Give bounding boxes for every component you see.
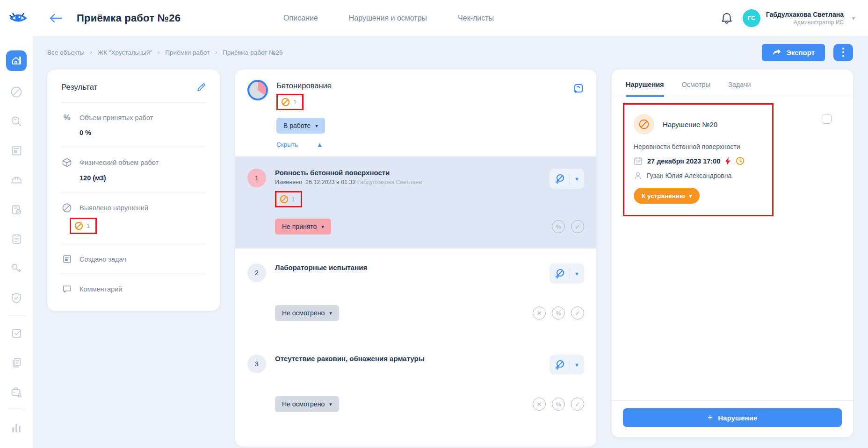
clipboard-check-icon [10,204,22,216]
sidebar-item-construction[interactable] [0,165,33,195]
add-violation-split-button[interactable]: ▼ [550,169,584,189]
ban-orange-icon [74,221,83,230]
result-row-tasks-created: Создано задач [61,244,206,274]
sidebar-item-access[interactable] [0,254,33,283]
collapse-link[interactable]: Скрыть [276,141,298,148]
export-button[interactable]: Экспорт [762,44,825,61]
work-status-dropdown[interactable]: В работе▾ [276,118,325,134]
chevron-down-icon: ▼ [574,362,579,368]
chevron-down-icon: ▾ [852,15,855,21]
item-status-dropdown[interactable]: Не осмотрено▾ [275,396,339,412]
edit-pencil-icon[interactable] [196,83,206,92]
left-rail [0,36,33,448]
person-icon [634,171,642,180]
progress-pie-icon [247,80,268,100]
user-role: Администратор ИС [766,19,844,26]
reject-cross-icon[interactable]: ✕ [533,398,546,411]
result-row-value: 120 (м3) [80,174,206,182]
tab-inspections[interactable]: Осмотры [682,81,710,97]
sidebar-item-staff[interactable] [0,377,33,407]
item-status-dropdown[interactable]: Не принято▾ [275,219,331,235]
sidebar-item-home[interactable] [0,44,33,77]
violation-title: Нарушение №20 [663,121,717,128]
nav-description[interactable]: Описание [283,14,318,22]
sidebar-item-tasks[interactable] [0,319,33,348]
clock-icon [736,156,745,165]
item-status-dropdown[interactable]: Не осмотрено▾ [275,305,339,321]
app-logo-eye-icon[interactable] [8,10,28,26]
partial-accept-icon[interactable]: % [552,306,565,320]
notifications-bell-icon[interactable] [721,12,732,24]
tab-violations[interactable]: Нарушения [626,81,664,97]
result-row-value: 0 % [80,129,206,136]
accept-check-icon[interactable]: ✓ [571,306,584,320]
sidebar-item-analytics[interactable] [0,413,33,442]
violations-count: 1 [87,222,90,229]
result-row-violations: Выявлено нарушений 1 [61,192,206,244]
partial-accept-icon[interactable]: % [552,220,565,233]
item-title: Отсутствие раковин, обнажения арматуры [275,355,550,363]
documents-icon [11,357,22,369]
item-meta-author: Габдулхакова Светлана [357,179,422,185]
checklist-item-2[interactable]: 2 Лабораторные испытания ▼ Не осмотрено▾ [235,251,596,335]
add-to-card-icon[interactable] [572,83,584,95]
work-title: Бетонирование [276,81,572,90]
sidebar-item-acceptances[interactable] [0,195,33,224]
sidebar-item-violations[interactable] [0,77,33,107]
checklist-item-1[interactable]: 1 Ровность бетонной поверхности Изменено… [235,156,596,249]
nav-violations-inspections[interactable]: Нарушения и осмотры [349,14,427,22]
more-actions-button[interactable] [833,44,853,61]
add-violation-split-button[interactable]: ▼ [550,355,584,375]
sidebar-item-cards[interactable] [0,136,33,165]
result-row-label: Физический объем работ [80,159,159,166]
add-violation-split-button[interactable]: ▼ [550,263,584,284]
violation-card-annotation[interactable]: Нарушение №20 Неровности бетонной поверх… [623,103,774,216]
sidebar-item-documents[interactable] [0,348,33,377]
item-meta: Изменено 26.12.2023 в 01:32 Габдулхакова… [275,179,550,185]
reject-cross-icon[interactable]: ✕ [533,306,546,320]
nav-checklists[interactable]: Чек-листы [458,14,494,22]
tab-tasks[interactable]: Задачи [728,81,751,97]
user-name: Габдулхакова Светлана [766,11,844,18]
result-row-physical-volume: Физический объем работ 120 (м3) [61,147,206,192]
app-header: Приёмка работ №26 Описание Нарушения и о… [0,0,868,36]
result-row-comment: Комментарий [61,274,206,308]
back-button[interactable] [50,14,62,23]
result-row-accepted-volume: % Объем принятых работ 0 % [61,103,206,147]
checklist-item-3[interactable]: 3 Отсутствие раковин, обнажения арматуры… [235,342,596,426]
lightning-icon [725,157,731,165]
violations-panel: Нарушения Осмотры Задачи Нарушение №20 Н… [612,70,853,437]
ban-icon [10,86,22,98]
briefcase-user-icon [10,386,23,398]
add-violation-button[interactable]: + Нарушение [623,408,842,427]
sidebar-item-checklists[interactable] [0,224,33,254]
breadcrumb-project[interactable]: ЖК "Хрустальный" [98,49,152,56]
violation-description: Неровности бетонной поверхности [634,143,763,150]
share-icon [772,48,781,57]
chevron-down-icon: ▾ [329,310,332,316]
violation-checkbox[interactable] [822,114,832,124]
calendar-icon [634,156,643,165]
checkbox-icon [11,327,22,339]
sidebar-item-search[interactable] [0,107,33,136]
accept-check-icon[interactable]: ✓ [571,220,584,233]
sidebar-item-security[interactable] [0,283,33,313]
partial-accept-icon[interactable]: % [552,398,565,411]
breadcrumb-all-objects[interactable]: Все объекты [47,49,85,56]
chevron-up-icon[interactable]: ▲ [317,141,323,148]
chevron-down-icon: ▾ [315,123,318,129]
breadcrumb-acceptances[interactable]: Приёмки работ [165,49,210,56]
bar-chart-icon [11,422,22,434]
chevron-down-icon: ▼ [574,271,579,277]
item-number: 1 [247,169,266,187]
result-row-label: Создано задач [80,256,126,263]
add-violation-icon [554,359,565,370]
accept-check-icon[interactable]: ✓ [571,398,584,411]
user-menu[interactable]: ГС Габдулхакова Светлана Администратор И… [743,9,855,27]
ban-orange-icon [281,98,290,107]
sidebar-divider [7,410,26,410]
result-row-label: Выявлено нарушений [80,204,148,212]
work-card: Бетонирование 1 В работе▾ Скрыть ▲ [235,70,596,447]
violation-status-dropdown[interactable]: К устранению▾ [634,188,700,204]
header-nav: Описание Нарушения и осмотры Чек-листы [283,14,721,22]
